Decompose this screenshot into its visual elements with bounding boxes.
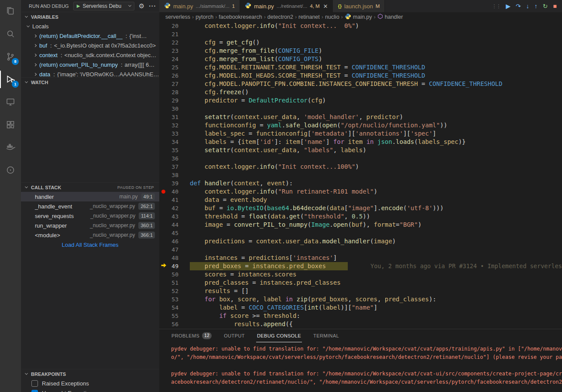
stack-frame[interactable]: <module>_nuclio_wrapper.py366:1: [21, 230, 159, 240]
breadcrumb-item[interactable]: serverless: [165, 14, 190, 20]
code-line[interactable]: 50 scores = instances.scores: [159, 270, 562, 279]
editor-tab-main.py[interactable]: main.py.../retinanet/...4, M✕: [240, 0, 333, 12]
editor-tab-launch.json[interactable]: {}launch.jsonM: [333, 0, 385, 12]
code-line[interactable]: 34 labels = {item['id']: item['name'] fo…: [159, 138, 562, 146]
breakpoints-section-header[interactable]: BREAKPOINTS: [21, 369, 159, 378]
variable-row[interactable]: (return) DefaultPredictor.__call__:{'ins…: [21, 31, 159, 41]
code-line[interactable]: 21: [159, 30, 562, 38]
code-line[interactable]: 49 pred_boxes = instances.pred_boxesYou,…: [159, 262, 562, 270]
code-line[interactable]: 54 label = COCO_CATEGORIES[int(label)]["…: [159, 303, 562, 312]
code-line[interactable]: 32 functionconfig = yaml.safe_load(open(…: [159, 121, 562, 130]
variable-row[interactable]: data:{'image': 'iVBORw0KG…AAAANSUhE…: [21, 69, 159, 77]
close-icon[interactable]: ✕: [323, 3, 328, 10]
restart-icon[interactable]: ↻: [543, 3, 548, 9]
panel-tab-problems[interactable]: PROBLEMS12: [171, 329, 212, 342]
code-line[interactable]: 37 context.logger.info("Init context...1…: [159, 163, 562, 171]
stack-frame[interactable]: run_wrapper_nuclio_wrapper.py360:1: [21, 221, 159, 230]
panel-tab-debug-console[interactable]: DEBUG CONSOLE: [256, 329, 302, 342]
code-line[interactable]: 55 if score >= threshold:: [159, 312, 562, 320]
step-into-icon[interactable]: ↓: [526, 3, 529, 9]
code-line[interactable]: 28 cfg.freeze(): [159, 88, 562, 96]
code-line[interactable]: 26 cfg.MODEL.ROI_HEADS.SCORE_THRESH_TEST…: [159, 72, 562, 80]
variable-row[interactable]: (return) convert_PIL_to_numpy:array([[[ …: [21, 60, 159, 69]
checkbox[interactable]: [31, 380, 38, 387]
activity-bar-item-run-debug[interactable]: 1: [0, 68, 21, 91]
checkbox[interactable]: ✓: [31, 390, 38, 392]
stop-icon[interactable]: ■: [553, 3, 557, 9]
code-line[interactable]: 53 for box, score, label in zip(pred_box…: [159, 295, 562, 303]
breakpoint-row[interactable]: ✓Uncaught Exceptions: [21, 388, 159, 392]
code-line[interactable]: 31 setattr(context.user_data, 'model_han…: [159, 113, 562, 121]
code-line[interactable]: 56 results.append({: [159, 320, 562, 328]
stack-frame[interactable]: _handle_event_nuclio_wrapper.py262:1: [21, 201, 159, 211]
code-editor[interactable]: 20 context.logger.info("Init context... …: [159, 22, 562, 329]
code-line[interactable]: 45: [159, 229, 562, 237]
activity-bar-item-docker[interactable]: [0, 136, 21, 159]
activity-bar-item-search[interactable]: [0, 23, 21, 45]
activity-bar-item-circle[interactable]: [0, 159, 21, 181]
code-line[interactable]: 24 cfg.merge_from_list(CONFIG_OPTS): [159, 55, 562, 63]
code-line[interactable]: 40 context.logger.info("Run retinanet-R1…: [159, 187, 562, 196]
code-line[interactable]: 33 labels_spec = functionconfig['metadat…: [159, 130, 562, 138]
breadcrumb-item[interactable]: facebookresearch: [219, 14, 262, 20]
step-out-icon[interactable]: ↑: [535, 3, 538, 9]
gutter: [159, 121, 167, 130]
code-line[interactable]: 47: [159, 245, 562, 254]
stack-frame-name: handler: [35, 194, 54, 200]
stack-frame[interactable]: handlermain.py49:1: [21, 192, 159, 201]
code-line[interactable]: 43 threshold = float(data.get("threshold…: [159, 212, 562, 221]
continue-icon[interactable]: ▶: [506, 3, 511, 9]
code-line[interactable]: 52 results = []: [159, 287, 562, 295]
breadcrumb-item[interactable]: main.py: [345, 13, 372, 21]
code-line[interactable]: 51 pred_classes = instances.pred_classes: [159, 279, 562, 287]
code-text: [178, 30, 190, 38]
code-line[interactable]: 22 cfg = get_cfg(): [159, 38, 562, 47]
code-line[interactable]: 20 context.logger.info("Init context... …: [159, 22, 562, 30]
code-line[interactable]: 35 setattr(context.user_data, "labels", …: [159, 146, 562, 154]
start-debugging-icon[interactable]: ▶: [77, 3, 80, 8]
more-actions-icon[interactable]: ···: [149, 3, 156, 9]
code-line[interactable]: 23 cfg.merge_from_file(CONFIG_FILE): [159, 47, 562, 55]
activity-bar-item-extensions[interactable]: [0, 113, 21, 136]
watch-section-header[interactable]: WATCH: [21, 77, 159, 87]
variables-section-header[interactable]: VARIABLES: [21, 12, 159, 21]
activity-bar-item-files[interactable]: [0, 0, 21, 23]
variable-row[interactable]: buf:<_io.BytesIO object at 0x7f5a2dc1ecc…: [21, 41, 159, 50]
debug-console-output[interactable]: pydev debugger: unable to find translati…: [159, 342, 562, 392]
variable-value: array([[[ 6…: [125, 61, 155, 68]
breadcrumb-item[interactable]: nuclio: [325, 14, 339, 20]
code-line[interactable]: 46 predictions = context.user_data.model…: [159, 237, 562, 245]
code-line[interactable]: 41 data = event.body: [159, 196, 562, 204]
code-line[interactable]: 25 cfg.MODEL.RETINANET.SCORE_THRESH_TEST…: [159, 63, 562, 72]
breadcrumb-item[interactable]: pytorch: [195, 14, 213, 20]
editor-tab-main.py[interactable]: main.py.../siammask/...1: [159, 0, 240, 12]
line-number: 31: [167, 113, 178, 121]
panel-tab-output[interactable]: OUTPUT: [223, 329, 246, 342]
code-line[interactable]: 38: [159, 171, 562, 179]
code-line[interactable]: 44 image = convert_PIL_to_numpy(Image.op…: [159, 221, 562, 229]
code-line[interactable]: 48 instances = predictions['instances']: [159, 254, 562, 262]
breadcrumb-item[interactable]: retinanet: [298, 14, 320, 20]
code-line[interactable]: 36: [159, 154, 562, 163]
step-over-icon[interactable]: ↷: [516, 3, 521, 9]
gear-icon[interactable]: ⚙: [139, 3, 144, 9]
line-number: 40: [167, 187, 178, 196]
breakpoint-row[interactable]: Raised Exceptions: [21, 378, 159, 388]
code-line[interactable]: 30: [159, 105, 562, 113]
code-line[interactable]: 29 predictor = DefaultPredictor(cfg): [159, 96, 562, 105]
activity-bar-item-source-control[interactable]: 8: [0, 45, 21, 68]
code-line[interactable]: 27 cfg.MODEL.PANOPTIC_FPN.COMBINE.INSTAN…: [159, 80, 562, 88]
variable-row[interactable]: context:<nuclio_sdk.context.Context obje…: [21, 50, 159, 60]
load-all-stack-frames-link[interactable]: Load All Stack Frames: [21, 242, 159, 248]
breadcrumb-item[interactable]: detectron2: [267, 14, 293, 20]
stack-frame[interactable]: serve_requests_nuclio_wrapper.py114:1: [21, 211, 159, 221]
panel-tab-terminal[interactable]: TERMINAL: [312, 329, 340, 342]
code-line[interactable]: 42 buf = io.BytesIO(base64.b64decode(dat…: [159, 204, 562, 212]
code-line[interactable]: 39def handler(context, event):: [159, 179, 562, 187]
launch-config-dropdown[interactable]: ▶ Serverless Debu: [73, 2, 134, 10]
activity-bar-item-remote-explorer[interactable]: [0, 91, 21, 113]
breadcrumb-item[interactable]: handler: [377, 14, 403, 20]
call-stack-section-header[interactable]: CALL STACK PAUSED ON STEP: [21, 182, 159, 192]
variables-group-locals[interactable]: Locals: [21, 21, 159, 31]
breakpoint-gutter[interactable]: [159, 187, 167, 196]
